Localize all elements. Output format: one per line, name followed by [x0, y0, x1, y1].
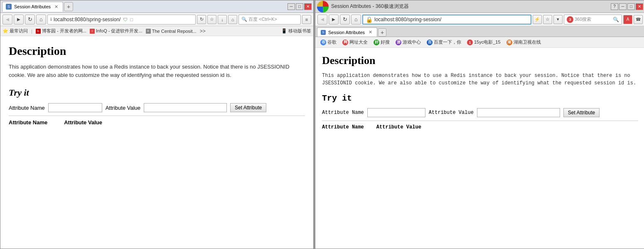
right-maximize-button[interactable]: □: [627, 3, 635, 10]
right-bookmark-google-label: 谷歌: [327, 39, 337, 45]
right-table-header-name: Attribute Name: [322, 124, 364, 130]
right-back-button[interactable]: ◄: [317, 15, 327, 25]
right-tab-close[interactable]: ✕: [367, 29, 374, 35]
right-active-tab[interactable]: S Session Attributes ✕: [317, 27, 377, 37]
left-set-attribute-button[interactable]: Set Attribute: [230, 103, 266, 112]
left-bookmark-frequent-icon: ⭐: [2, 28, 8, 34]
right-new-tab-button[interactable]: +: [378, 28, 386, 37]
left-more-bookmarks[interactable]: >>: [200, 28, 206, 34]
left-attribute-name-input[interactable]: [48, 103, 102, 112]
left-address-info-icon: ℹ: [50, 17, 52, 22]
left-bookmark-central[interactable]: ≡ The Central Reposit...: [146, 29, 197, 34]
left-forward-button[interactable]: ►: [14, 15, 24, 25]
left-bookmark-central-label: The Central Reposit...: [152, 29, 197, 34]
right-tabs-bar: S Session Attributes ✕ +: [315, 26, 644, 37]
right-description-text: This application demonstrates how to use…: [322, 72, 638, 87]
right-red-btn[interactable]: A: [623, 15, 632, 24]
right-bookmark-hunantv[interactable]: 湖 湖南卫视在线: [505, 39, 543, 46]
left-attribute-value-input[interactable]: [144, 103, 227, 112]
left-bookmark-frequent-label: 最常访问: [10, 28, 28, 34]
left-bookmark-frequent[interactable]: ⭐ 最常访问: [2, 28, 28, 34]
left-new-tab-button[interactable]: +: [64, 2, 73, 11]
left-nav-bar: ◄ ► ↻ ⌂ ℹ localhost:8080/spring-session/…: [0, 13, 313, 26]
right-bookmark-haosou[interactable]: 好 好搜: [372, 39, 391, 46]
right-toolbar-star-icon[interactable]: ☆: [543, 15, 552, 24]
right-minimize-button[interactable]: ─: [619, 3, 627, 10]
left-form-name-label: Attribute Name: [9, 105, 45, 111]
right-form-value-label: Attribute Value: [429, 110, 474, 116]
right-bookmark-nav[interactable]: 网 网址大全: [341, 39, 369, 46]
left-bookmark-infoq-label: InfoQ - 促进软件开发...: [96, 28, 143, 34]
left-star-icon: □: [130, 17, 133, 22]
right-bookmark-nav-label: 网址大全: [349, 39, 368, 45]
right-attribute-value-input[interactable]: [477, 108, 560, 117]
left-address-text: localhost:8080/spring-session/: [54, 17, 120, 22]
right-form-name-label: Attribute Name: [322, 110, 364, 116]
left-description-text: This application demonstrates how to use…: [9, 63, 305, 79]
left-search-placeholder: 百度 <Ctrl+K>: [248, 16, 277, 22]
right-forward-button[interactable]: ►: [329, 15, 339, 25]
right-bookmark-haosou-label: 好搜: [381, 39, 390, 45]
right-help-button[interactable]: ?: [611, 3, 618, 10]
right-bookmark-hunantv-label: 湖南卫视在线: [514, 39, 541, 45]
left-back-button[interactable]: ◄: [2, 15, 12, 25]
left-address-bar[interactable]: ℹ localhost:8080/spring-session/ 🛡 □: [47, 15, 196, 25]
right-set-attribute-button[interactable]: Set Attribute: [563, 108, 600, 117]
right-home-button[interactable]: ⌂: [351, 15, 361, 25]
right-bookmark-15yc-label: 15yc电影_15: [474, 39, 501, 45]
left-minimize-button[interactable]: ─: [288, 3, 295, 10]
right-title-bar: Session Attributes - 360极速浏览器 ? ─ □ ✕: [315, 0, 644, 13]
right-bookmark-15yc[interactable]: 1 15yc电影_15: [465, 39, 502, 46]
right-window-controls: ? ─ □ ✕: [611, 3, 643, 10]
left-bookmark-infoq[interactable]: I InfoQ - 促进软件开发...: [90, 28, 143, 34]
left-table-header-row: Attribute Name Attribute Value: [9, 119, 305, 126]
left-active-tab[interactable]: S Session Attributes ✕: [2, 2, 63, 12]
left-bookmark-infoq-icon: I: [90, 29, 95, 34]
left-close-button[interactable]: ✕: [304, 3, 312, 10]
left-home-button[interactable]: ⌂: [36, 15, 46, 25]
right-tab-label: Session Attributes: [328, 30, 365, 35]
right-close-button[interactable]: ✕: [636, 3, 643, 10]
left-toolbar-refresh-icon[interactable]: ↻: [197, 15, 206, 24]
left-bookmark-bokeyuan[interactable]: b 博客园 - 开发者的网...: [36, 28, 86, 34]
right-toolbar-lightning-icon[interactable]: ⚡: [533, 15, 542, 24]
right-attribute-name-input[interactable]: [367, 108, 425, 117]
left-menu-button[interactable]: ≡: [302, 15, 311, 24]
left-toolbar-star-icon[interactable]: ☆: [207, 15, 216, 24]
right-search-submit-icon[interactable]: 🔍: [613, 17, 619, 22]
right-toolbar-dropdown-icon[interactable]: ▾: [553, 15, 563, 24]
left-mobile-bookmark[interactable]: 📱 移动版书签: [281, 28, 311, 34]
left-tab-close[interactable]: ✕: [53, 4, 59, 10]
right-extra-btn[interactable]: ☎: [634, 15, 643, 24]
right-security-shield-icon: 🔒: [366, 16, 373, 23]
right-search-bar[interactable]: 3 360搜索 🔍: [564, 15, 622, 25]
right-page-content: Description This application demonstrate…: [315, 48, 644, 249]
right-bookmark-15yc-icon: 1: [467, 39, 473, 45]
right-refresh-button[interactable]: ↻: [340, 15, 350, 25]
left-toolbar-home-icon[interactable]: ⌂: [228, 15, 237, 24]
left-tab-favicon: S: [6, 4, 12, 10]
left-search-bar[interactable]: 🔍 百度 <Ctrl+K>: [238, 15, 301, 25]
left-bookmarks-bar: ⭐ 最常访问 | b 博客园 - 开发者的网... I InfoQ - 促进软件…: [0, 26, 313, 36]
left-maximize-button[interactable]: □: [296, 3, 303, 10]
left-tab-label: Session Attributes: [14, 4, 51, 9]
left-bookmark-central-icon: ≡: [146, 29, 151, 34]
left-try-it-heading: Try it: [9, 87, 305, 98]
left-form-row: Attribute Name Attribute Value Set Attri…: [9, 103, 305, 116]
right-bookmark-hunantv-icon: 湖: [506, 39, 512, 45]
left-bookmark-bokeyuan-label: 博客园 - 开发者的网...: [42, 28, 86, 34]
right-bookmark-nav-icon: 网: [342, 39, 348, 45]
right-360-search-icon: 3: [567, 16, 573, 23]
right-bookmark-google[interactable]: 谷 谷歌: [319, 39, 338, 46]
left-refresh-button[interactable]: ↻: [25, 15, 35, 25]
right-bookmark-baidu[interactable]: 百 百度一下，你: [425, 39, 463, 46]
left-toolbar-download-icon[interactable]: ↓: [218, 15, 227, 24]
right-description-heading: Description: [322, 54, 638, 67]
left-table-header-name: Attribute Name: [9, 119, 47, 126]
right-bookmark-games[interactable]: 游 游戏中心: [394, 39, 423, 46]
left-window-controls: ─ □ ✕: [288, 3, 312, 10]
right-search-placeholder: 360搜索: [575, 16, 591, 22]
right-address-bar[interactable]: 🔒 localhost:8080/spring-session/: [362, 15, 531, 25]
right-bookmark-games-icon: 游: [396, 39, 401, 45]
left-description-heading: Description: [9, 44, 305, 58]
